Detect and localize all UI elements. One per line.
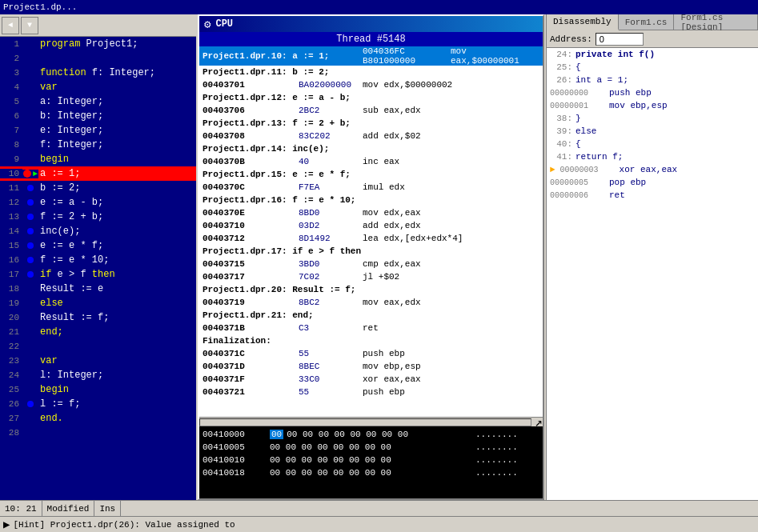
cpu-row[interactable]: 0040370E8BD0mov edx,eax [199,206,543,219]
line-code[interactable]: e: Integer; [38,125,196,136]
code-line: 7 e: Integer; [0,123,196,138]
cpu-instruction: add edx,$02 [363,131,539,141]
line-code[interactable]: f := e * 10; [38,254,196,266]
keyword-token: then [92,269,115,280]
debug-dot-icon [27,185,34,191]
toolbar-dropdown-btn[interactable]: ▼ [21,17,38,34]
cpu-row[interactable]: 004037177C02jl +$02 [199,270,543,283]
disasm-line: 00000001mov ebp,esp [550,101,755,114]
disasm-code-text: return f; [576,152,755,162]
line-number: 9 [0,154,22,164]
title-label: Project1.dp... [3,2,77,12]
line-code[interactable]: program Project1; [38,38,196,50]
disasm-code-text: mov ebp,esp [609,101,755,110]
line-code[interactable]: b: Integer; [38,110,196,122]
line-code[interactable]: end. [38,413,196,424]
line-code[interactable]: e := e * f; [38,240,196,251]
cpu-selected-addr: Project1.dpr.10: a := 1; [203,51,363,61]
cpu-row[interactable]: 0040372155push ebp [199,386,543,398]
hex-ascii: ........ [475,455,539,465]
cpu-row[interactable]: Project1.dpr.17: if e > f then [199,245,543,258]
cpu-row[interactable]: 0040371D8BECmov ebp,esp [199,360,543,373]
cpu-row[interactable]: Project1.dpr.11: b := 2; [199,66,543,78]
cpu-row[interactable]: 0040371C55push ebp [199,347,543,360]
cpu-instruction: cmp edx,eax [363,259,539,269]
cpu-row[interactable]: 0040371F33C0xor eax,eax [199,373,543,386]
line-code[interactable]: var [38,355,196,366]
cpu-row[interactable]: 004037153BD0cmp edx,eax [199,258,543,270]
line-code[interactable]: a := 1; [38,168,196,179]
line-code[interactable]: a: Integer; [38,96,196,107]
line-number: 13 [0,212,22,222]
line-marker: ► [22,170,38,178]
cpu-row[interactable]: 00403701BA02000000mov edx,$00000002 [199,78,543,91]
cpu-row[interactable]: Project1.dpr.16: f := e * 10; [199,194,543,206]
identifier-token: e > f [51,269,91,280]
identifier-token: a := 1; [40,168,80,179]
debug-dot-icon [27,401,34,407]
cpu-row[interactable]: 004037062BC2sub eax,edx [199,104,543,117]
identifier-token: l := f; [40,398,80,410]
cpu-row[interactable]: Project1.dpr.14: inc(e); [199,142,543,155]
cpu-row[interactable]: 0040370B40inc eax [199,155,543,168]
disasm-hex-address: 00000001 [550,102,606,110]
disasm-address-input[interactable] [596,33,644,46]
cpu-hex-code: 33C0 [299,374,363,384]
cpu-hex-code: 2BC2 [299,106,363,115]
tab-disassembly[interactable]: Disassembly [547,14,619,30]
line-code[interactable]: f := 2 + b; [38,211,196,222]
cpu-row[interactable]: Project1.dpr.12: e := a - b; [199,91,543,104]
disasm-line: 24:private int f() [550,50,755,62]
tab-form1-cs[interactable]: Form1.cs [619,14,675,30]
cpu-address: 00403717 [203,272,299,282]
line-code[interactable]: e := a - b; [38,197,196,208]
line-code[interactable]: begin [38,384,196,395]
cpu-row[interactable]: Project1.dpr.13: f := 2 + b; [199,117,543,130]
cpu-row[interactable]: 0040370CF7EAimul edx [199,181,543,194]
cpu-row[interactable]: 0040371BC3ret [199,322,543,334]
cpu-row[interactable]: 004037198BC2mov eax,edx [199,296,543,309]
hex-bytes: 00 00 00 00 00 00 00 00 [270,442,472,452]
line-code[interactable]: inc(e); [38,226,196,237]
cpu-rows-wrapper[interactable]: Project1.dpr.11: b := 2;00403701BA020000… [199,66,543,417]
line-code[interactable]: var [38,82,196,93]
line-code[interactable]: end; [38,326,196,338]
cpu-row[interactable]: 0040371003D2add edx,edx [199,219,543,232]
cpu-address: 00403721 [203,387,299,397]
line-code[interactable]: else [38,298,196,309]
line-code[interactable]: l := f; [38,398,196,410]
cpu-hscroll[interactable] [199,418,531,426]
cpu-address: 0040371C [203,349,299,358]
cpu-row[interactable]: 004037128D1492lea edx,[edx+edx*4] [199,232,543,245]
code-line: 28 [0,426,196,440]
disasm-code-text: ret [609,190,755,200]
disasm-hex-address: 00000005 [550,178,606,187]
line-code[interactable]: if e > f then [38,269,196,280]
cpu-selected-row[interactable]: Project1.dpr.10: a := 1; 004036FC B80100… [199,46,543,66]
cpu-hscroll-area[interactable]: ↗ [199,417,543,426]
disasm-code-text: private int f() [576,50,755,59]
code-line: 26 l := f; [0,397,196,411]
tab-form1-cs-design[interactable]: Form1.cs [Design] [674,14,758,30]
cpu-hex-code: 7C02 [299,272,363,282]
line-code[interactable]: function f: Integer; [38,67,196,78]
hex-address: 00410010 [203,455,267,465]
disasm-code-text: xor eax,eax [620,165,755,174]
cpu-row[interactable]: Project1.dpr.20: Result := f; [199,283,543,296]
code-line: 18 Result := e [0,282,196,296]
cpu-row[interactable]: 0040370883C202add edx,$02 [199,130,543,142]
hex-bytes: 00 00 00 00 00 00 00 00 [270,468,472,478]
line-code[interactable]: begin [38,154,196,165]
identifier-token: e := e * f; [40,240,103,251]
breakpoint-icon[interactable] [23,170,31,178]
disasm-code-text: { [576,62,755,72]
line-code[interactable]: Result := e [38,283,196,294]
toolbar-back-btn[interactable]: ◄ [2,17,19,34]
cpu-row[interactable]: Project1.dpr.15: e := e * f; [199,168,543,181]
line-code[interactable]: b := 2; [38,182,196,194]
line-code[interactable]: l: Integer; [38,370,196,381]
cpu-row[interactable]: Project1.dpr.21: end; [199,309,543,322]
line-code[interactable]: f: Integer; [38,139,196,150]
cpu-row[interactable]: Finalization: [199,334,543,347]
line-code[interactable]: Result := f; [38,312,196,323]
